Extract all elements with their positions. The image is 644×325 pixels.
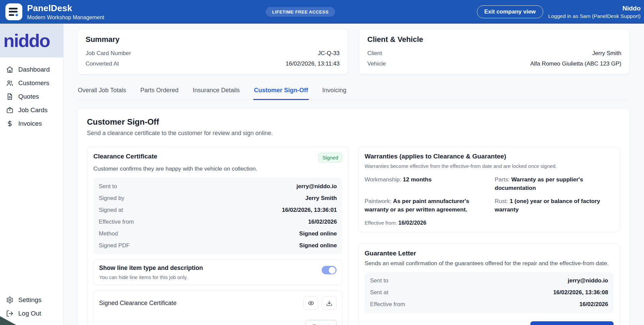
sidebar-item-quotes[interactable]: Quotes [0, 90, 63, 103]
toggle-knob [329, 267, 336, 274]
main-content: Summary Job Card Number JC-Q-33 Converte… [64, 24, 644, 325]
logo-bar-row [9, 14, 22, 16]
tab-insurance-details[interactable]: Insurance Details [192, 85, 240, 100]
warranty-label: Parts: [495, 176, 510, 183]
client-vehicle-card: Client & Vehicle Client Jerry Smith Vehi… [359, 29, 630, 75]
warranties-subtitle: Warranties become effective from the eff… [365, 163, 614, 169]
client-row: Client Jerry Smith [367, 48, 621, 58]
row-value: Jerry Smith [592, 50, 621, 57]
users-icon [6, 79, 14, 87]
toggle-text: Show line item type and description You … [99, 265, 203, 280]
corner-wedge-decoration [0, 316, 16, 325]
detail-value: 16/02/2026 [308, 219, 337, 225]
detail-value: jerry@niddo.io [296, 183, 337, 190]
warranty-paintwork: Paintwork: As per paint amnufacturer's w… [365, 197, 486, 214]
tab-customer-sign-off[interactable]: Customer Sign-Off [253, 85, 309, 100]
summary-row-job-card-number: Job Card Number JC-Q-33 [86, 48, 340, 58]
sidebar-logo: niddo [0, 24, 63, 57]
detail-label: Signed by [99, 195, 124, 202]
detail-row-effective-from: Effective from 16/02/2026 [370, 299, 608, 310]
top-cards-row: Summary Job Card Number JC-Q-33 Converte… [77, 29, 630, 75]
row-value: 16/02/2026, 13:11:43 [286, 60, 340, 67]
customer-sign-off-panel: Customer Sign-Off Send a clearance certi… [77, 108, 630, 325]
warranties-card: Warranties (applies to Clearance & Guara… [358, 146, 620, 232]
detail-value: Signed online [299, 230, 337, 237]
logged-in-user: Niddo Logged in as Sam (PanelDesk Suppor… [548, 5, 641, 19]
detail-value: Signed online [299, 242, 337, 249]
tab-overall-job-totals[interactable]: Overall Job Totals [77, 85, 127, 100]
line-items-toggle[interactable] [322, 266, 337, 274]
send-guarantee-email-button[interactable]: Send Guarantee Email [530, 321, 614, 325]
sidebar-item-label: Log Out [18, 310, 41, 317]
sidebar-item-dashboard[interactable]: Dashboard [0, 63, 63, 76]
guarantee-letter-card: Guarantee Letter Sends an email confirma… [358, 243, 620, 325]
guarantee-actions: Send Guarantee Email [365, 321, 614, 325]
line-items-toggle-box: Show line item type and description You … [93, 259, 342, 285]
paneldesk-logo-icon[interactable] [5, 3, 22, 20]
summary-row-converted-at: Converted At 16/02/2026, 13:11:43 [86, 58, 340, 69]
reset-row: Reset [99, 320, 337, 325]
sidebar-item-label: Quotes [18, 93, 39, 100]
logo-bar [9, 11, 18, 12]
briefcase-icon [6, 106, 14, 114]
detail-row-sent-to: Sent to jerry@niddo.io [99, 180, 337, 192]
warranties-effective-from: Effective from: 16/02/2026 [365, 220, 614, 226]
sidebar-item-customers[interactable]: Customers [0, 76, 63, 90]
row-label: Client [367, 50, 382, 57]
sidebar-nav: Dashboard Customers Quotes Job Cards Inv… [0, 57, 63, 130]
document-icon [6, 93, 14, 100]
sidebar: niddo Dashboard Customers Quotes Job Car… [0, 24, 64, 325]
row-value: JC-Q-33 [318, 50, 340, 57]
exit-company-view-button[interactable]: Exit company view [477, 5, 543, 18]
header-right: Exit company view Niddo Logged in as Sam… [477, 5, 641, 19]
summary-card: Summary Job Card Number JC-Q-33 Converte… [77, 29, 348, 75]
card-title: Summary [86, 35, 340, 44]
app-brand: PanelDesk Modern Workshop Management [5, 3, 104, 21]
promo-badge: LIFETIME FREE ACCESS [266, 7, 335, 17]
sidebar-item-invoices[interactable]: Invoices [0, 117, 63, 130]
sidebar-item-job-cards[interactable]: Job Cards [0, 103, 63, 117]
app-name: PanelDesk [27, 3, 104, 14]
reset-button[interactable]: Reset [305, 320, 337, 325]
row-label: Converted At [86, 60, 119, 67]
detail-label: Signed at [99, 207, 123, 214]
detail-row-effective-from: Effective from 16/02/2026 [99, 216, 337, 228]
top-header: PanelDesk Modern Workshop Management LIF… [0, 0, 644, 24]
tab-parts-ordered[interactable]: Parts Ordered [140, 85, 179, 100]
clearance-title: Clearance Certificate [93, 153, 157, 160]
page-title: Customer Sign-Off [87, 117, 620, 127]
warranty-label: Rust: [495, 198, 508, 204]
clearance-details-list: Sent to jerry@niddo.io Signed by Jerry S… [93, 178, 342, 254]
brand-text: PanelDesk Modern Workshop Management [27, 3, 104, 21]
detail-label: Method [99, 230, 118, 237]
row-value: Alfa Romeo Giulietta (ABC 123 GP) [530, 60, 621, 67]
detail-row-sent-to: Sent to jerry@niddo.io [370, 275, 608, 287]
sign-off-columns: Clearance Certificate Signed Customer co… [87, 146, 620, 325]
sidebar-item-label: Dashboard [18, 66, 50, 73]
certificate-actions [303, 296, 337, 310]
detail-label: Sent at [370, 289, 388, 296]
certificate-name: Signed Clearance Certificate [99, 300, 177, 307]
warranty-value: 12 months [403, 176, 432, 183]
detail-row-method: Method Signed online [99, 228, 337, 240]
tab-invoicing[interactable]: Invoicing [322, 85, 347, 100]
toggle-title: Show line item type and description [99, 265, 203, 272]
home-icon [6, 66, 14, 73]
logged-in-as-text: Logged in as Sam (PanelDesk Support) [548, 13, 641, 19]
download-icon [326, 300, 332, 306]
detail-label: Effective from [99, 219, 134, 225]
preview-certificate-button[interactable] [303, 296, 318, 310]
detail-value: 16/02/2026, 13:36:01 [282, 207, 337, 214]
warranty-label: Workmanship: [365, 176, 401, 183]
logo-bar [9, 8, 18, 9]
signed-status-badge: Signed [318, 153, 342, 162]
job-card-tabs: Overall Job Totals Parts Ordered Insuran… [77, 85, 630, 100]
detail-label: Signed PDF [99, 242, 130, 249]
warranty-value: 1 (one) year or balance of factory warra… [495, 198, 600, 213]
app-root: PanelDesk Modern Workshop Management LIF… [0, 0, 644, 325]
sidebar-item-settings[interactable]: Settings [0, 293, 63, 307]
clearance-card-header: Clearance Certificate Signed [93, 153, 342, 162]
row-label: Vehicle [367, 60, 386, 67]
download-certificate-button[interactable] [322, 296, 337, 310]
warranty-workmanship: Workmanship: 12 months [365, 176, 486, 192]
